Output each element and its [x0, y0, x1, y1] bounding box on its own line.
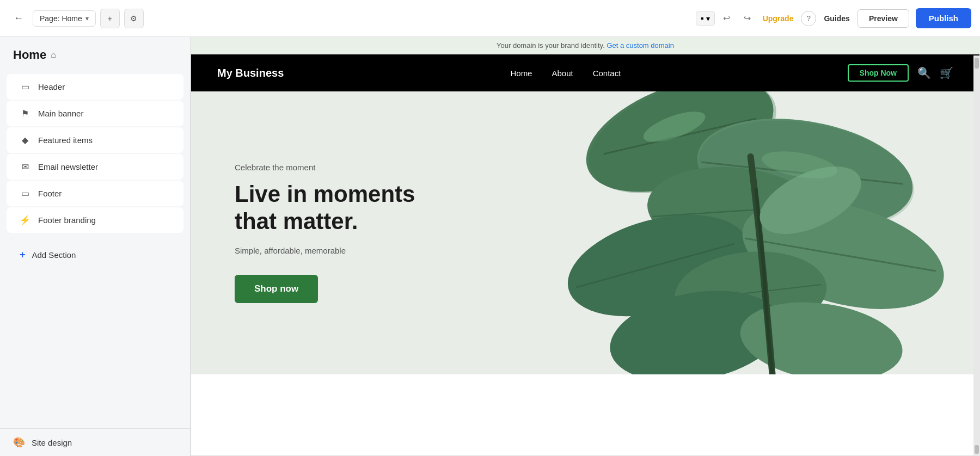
- domain-bar-text: Your domain is your brand identity.: [497, 41, 605, 50]
- featured-items-icon: ◆: [20, 135, 30, 145]
- device-icon: ▪: [701, 14, 704, 23]
- redo-icon: ↪: [744, 13, 751, 23]
- footer-icon: ▭: [20, 188, 30, 199]
- canvas-scrollbar[interactable]: [973, 56, 980, 456]
- page-title-text: Home: [13, 48, 46, 62]
- domain-bar: Your domain is your brand identity. Get …: [191, 37, 980, 54]
- canvas-wrapper: Your domain is your brand identity. Get …: [191, 37, 980, 456]
- sidebar: Home ⌂ ▭ Header ⚑ Main banner ◆ Featured…: [0, 37, 191, 456]
- site-nav-actions: Shop Now 🔍 🛒: [848, 64, 953, 82]
- sidebar-item-header-label: Header: [38, 82, 65, 91]
- add-section-item[interactable]: + Add Section: [7, 242, 183, 268]
- site-navbar: My Business Home About Contact Shop Now …: [191, 54, 979, 91]
- back-icon: ←: [14, 13, 23, 24]
- undo-redo-group: ↩ ↪: [717, 9, 757, 28]
- nav-link-contact[interactable]: Contact: [593, 69, 621, 78]
- redo-button[interactable]: ↪: [738, 9, 757, 28]
- palette-icon: 🎨: [13, 436, 25, 448]
- header-icon: ▭: [20, 82, 30, 92]
- scroll-track: [973, 71, 980, 443]
- site-search-icon[interactable]: 🔍: [917, 66, 931, 79]
- sidebar-item-footer-label: Footer: [38, 189, 62, 198]
- device-selector[interactable]: ▪ ▾: [696, 11, 715, 26]
- add-section-label: Add Section: [32, 250, 76, 260]
- site-design-item[interactable]: 🎨 Site design: [0, 428, 190, 456]
- site-nav-links: Home About Contact: [510, 69, 621, 78]
- custom-domain-link[interactable]: Get a custom domain: [607, 41, 674, 50]
- sidebar-item-footer[interactable]: ▭ Footer: [7, 181, 183, 206]
- add-icon: +: [108, 14, 112, 23]
- sidebar-item-main-banner-label: Main banner: [38, 109, 83, 118]
- hero-content: Celebrate the moment Live in moments tha…: [191, 130, 463, 336]
- toolbar: ← Page: Home ▾ + ⚙ ▪ ▾ ↩ ↪ Upgrade ?: [0, 0, 980, 37]
- help-button[interactable]: ?: [801, 11, 816, 26]
- settings-icon: ⚙: [130, 14, 137, 23]
- guides-button[interactable]: Guides: [823, 11, 850, 26]
- home-icon: ⌂: [51, 50, 56, 60]
- hero-title: Live in moments that matter.: [235, 181, 420, 236]
- scroll-thumb-bottom: [975, 445, 979, 454]
- sidebar-item-email-newsletter-label: Email newsletter: [38, 162, 98, 171]
- add-section-button[interactable]: +: [100, 9, 120, 28]
- plant-illustration: [467, 91, 979, 374]
- undo-button[interactable]: ↩: [717, 9, 737, 28]
- sidebar-item-featured-items-label: Featured items: [38, 135, 93, 145]
- email-newsletter-icon: ✉: [20, 162, 30, 172]
- site-hero: Celebrate the moment Live in moments tha…: [191, 91, 979, 374]
- sidebar-divider: [0, 234, 190, 241]
- help-icon: ?: [807, 14, 811, 22]
- sidebar-item-featured-items[interactable]: ◆ Featured items: [7, 127, 183, 153]
- back-button[interactable]: ←: [9, 9, 28, 28]
- toolbar-left: ← Page: Home ▾ + ⚙: [9, 9, 691, 28]
- toolbar-right: Upgrade ? Guides Preview Publish: [762, 8, 971, 28]
- canvas-scroll[interactable]: My Business Home About Contact Shop Now …: [191, 54, 980, 456]
- hero-subtitle: Celebrate the moment: [235, 163, 420, 172]
- sidebar-item-header[interactable]: ▭ Header: [7, 74, 183, 100]
- sidebar-item-email-newsletter[interactable]: ✉ Email newsletter: [7, 154, 183, 180]
- site-brand: My Business: [217, 67, 284, 79]
- sidebar-item-footer-branding[interactable]: ⚡ Footer branding: [7, 207, 183, 233]
- add-section-icon: +: [20, 249, 26, 261]
- nav-link-home[interactable]: Home: [510, 69, 532, 78]
- hero-description: Simple, affordable, memorable: [235, 246, 420, 255]
- main-area: Home ⌂ ▭ Header ⚑ Main banner ◆ Featured…: [0, 37, 980, 456]
- page-selector-label: Page: Home: [40, 14, 82, 23]
- sidebar-item-footer-branding-label: Footer branding: [38, 215, 96, 225]
- page-title: Home ⌂: [0, 37, 190, 69]
- publish-button[interactable]: Publish: [916, 8, 971, 28]
- page-chevron-icon: ▾: [85, 15, 89, 22]
- scroll-thumb-top: [975, 58, 979, 69]
- page-selector[interactable]: Page: Home ▾: [33, 10, 96, 27]
- hero-cta-button[interactable]: Shop now: [235, 275, 318, 303]
- preview-button[interactable]: Preview: [857, 9, 909, 28]
- site-design-label: Site design: [32, 438, 72, 447]
- site-cart-icon[interactable]: 🛒: [940, 66, 953, 79]
- main-banner-icon: ⚑: [20, 108, 30, 119]
- settings-button[interactable]: ⚙: [124, 9, 144, 28]
- undo-icon: ↩: [723, 13, 730, 23]
- site-shop-now-button[interactable]: Shop Now: [848, 64, 909, 82]
- canvas-area: Your domain is your brand identity. Get …: [191, 37, 980, 456]
- device-chevron-icon: ▾: [706, 14, 710, 23]
- sidebar-item-main-banner[interactable]: ⚑ Main banner: [7, 101, 183, 126]
- upgrade-button[interactable]: Upgrade: [762, 11, 795, 26]
- sidebar-sections: ▭ Header ⚑ Main banner ◆ Featured items …: [0, 69, 190, 428]
- footer-branding-icon: ⚡: [20, 215, 30, 225]
- hero-image: [467, 91, 979, 374]
- toolbar-center: ▪ ▾ ↩ ↪: [696, 9, 757, 28]
- nav-link-about[interactable]: About: [552, 69, 573, 78]
